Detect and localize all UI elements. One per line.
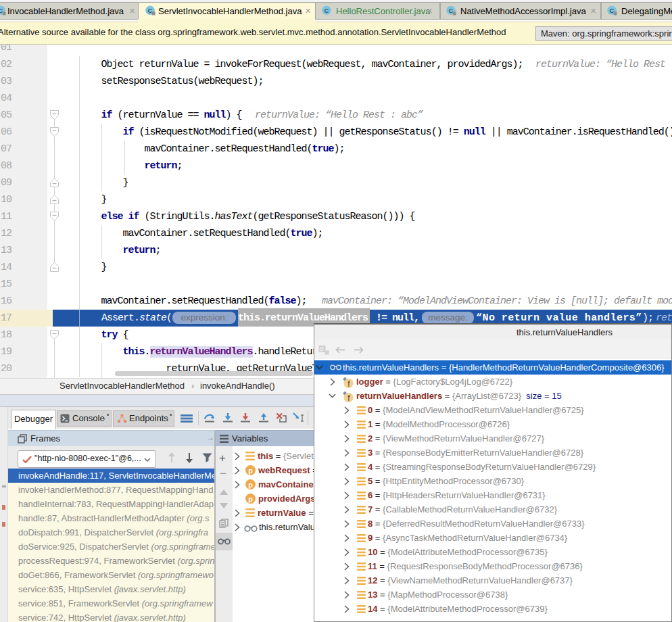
svg-text:p: p <box>248 481 253 489</box>
svg-text:p: p <box>248 495 253 503</box>
svg-text:C: C <box>449 7 454 14</box>
svg-text:C: C <box>148 7 153 14</box>
svg-text:C: C <box>325 7 329 14</box>
svg-text:p: p <box>248 466 253 475</box>
svg-text:C: C <box>610 7 615 14</box>
